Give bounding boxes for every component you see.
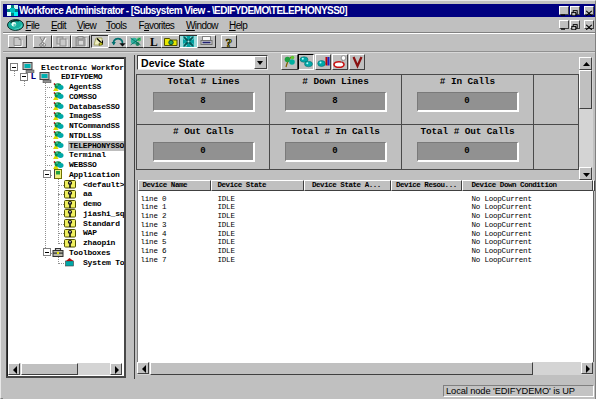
svg-text:L: L	[150, 36, 158, 47]
svg-text:?: ?	[226, 36, 233, 47]
